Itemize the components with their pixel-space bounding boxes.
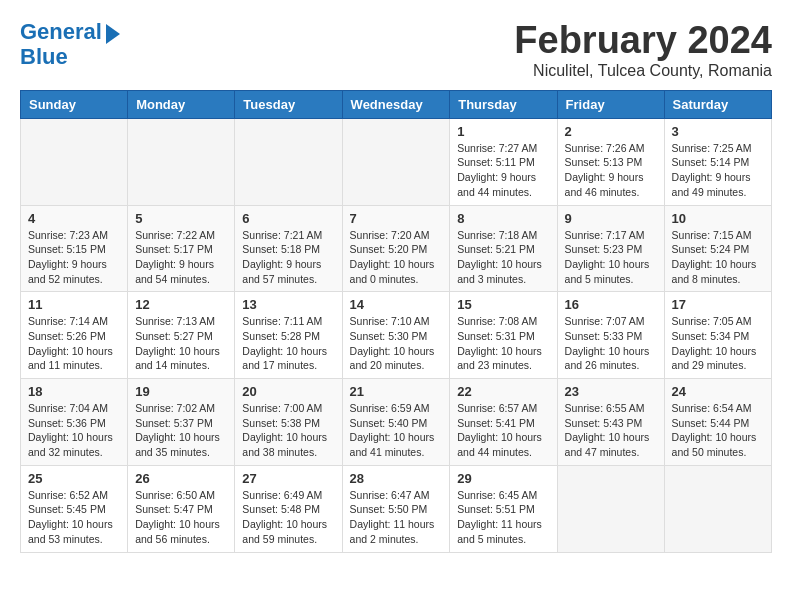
calendar-week-row: 4Sunrise: 7:23 AM Sunset: 5:15 PM Daylig… xyxy=(21,205,772,292)
calendar-day-cell: 3Sunrise: 7:25 AM Sunset: 5:14 PM Daylig… xyxy=(664,118,771,205)
calendar-day-cell: 10Sunrise: 7:15 AM Sunset: 5:24 PM Dayli… xyxy=(664,205,771,292)
day-info: Sunrise: 7:21 AM Sunset: 5:18 PM Dayligh… xyxy=(242,228,334,287)
location-title: Niculitel, Tulcea County, Romania xyxy=(514,62,772,80)
calendar-day-cell xyxy=(21,118,128,205)
day-info: Sunrise: 7:20 AM Sunset: 5:20 PM Dayligh… xyxy=(350,228,443,287)
calendar-day-cell: 8Sunrise: 7:18 AM Sunset: 5:21 PM Daylig… xyxy=(450,205,557,292)
calendar-day-cell: 27Sunrise: 6:49 AM Sunset: 5:48 PM Dayli… xyxy=(235,465,342,552)
logo-text: General xyxy=(20,20,102,44)
calendar-day-cell: 5Sunrise: 7:22 AM Sunset: 5:17 PM Daylig… xyxy=(128,205,235,292)
calendar-day-cell: 29Sunrise: 6:45 AM Sunset: 5:51 PM Dayli… xyxy=(450,465,557,552)
calendar-table: SundayMondayTuesdayWednesdayThursdayFrid… xyxy=(20,90,772,553)
day-info: Sunrise: 7:02 AM Sunset: 5:37 PM Dayligh… xyxy=(135,401,227,460)
day-info: Sunrise: 6:52 AM Sunset: 5:45 PM Dayligh… xyxy=(28,488,120,547)
day-info: Sunrise: 7:04 AM Sunset: 5:36 PM Dayligh… xyxy=(28,401,120,460)
calendar-week-row: 1Sunrise: 7:27 AM Sunset: 5:11 PM Daylig… xyxy=(21,118,772,205)
logo-blue: Blue xyxy=(20,44,120,70)
day-info: Sunrise: 7:05 AM Sunset: 5:34 PM Dayligh… xyxy=(672,314,764,373)
month-title: February 2024 xyxy=(514,20,772,62)
logo-arrow-icon xyxy=(106,24,120,44)
day-number: 14 xyxy=(350,297,443,312)
day-number: 4 xyxy=(28,211,120,226)
calendar-day-cell: 1Sunrise: 7:27 AM Sunset: 5:11 PM Daylig… xyxy=(450,118,557,205)
calendar-day-cell: 20Sunrise: 7:00 AM Sunset: 5:38 PM Dayli… xyxy=(235,379,342,466)
calendar-day-cell: 19Sunrise: 7:02 AM Sunset: 5:37 PM Dayli… xyxy=(128,379,235,466)
day-info: Sunrise: 7:08 AM Sunset: 5:31 PM Dayligh… xyxy=(457,314,549,373)
page-header: General Blue February 2024 Niculitel, Tu… xyxy=(20,20,772,80)
logo: General Blue xyxy=(20,20,120,70)
day-info: Sunrise: 6:54 AM Sunset: 5:44 PM Dayligh… xyxy=(672,401,764,460)
day-info: Sunrise: 6:59 AM Sunset: 5:40 PM Dayligh… xyxy=(350,401,443,460)
weekday-header: Friday xyxy=(557,90,664,118)
day-number: 25 xyxy=(28,471,120,486)
calendar-day-cell: 21Sunrise: 6:59 AM Sunset: 5:40 PM Dayli… xyxy=(342,379,450,466)
calendar-day-cell xyxy=(342,118,450,205)
day-number: 11 xyxy=(28,297,120,312)
day-number: 27 xyxy=(242,471,334,486)
day-info: Sunrise: 7:10 AM Sunset: 5:30 PM Dayligh… xyxy=(350,314,443,373)
calendar-day-cell: 22Sunrise: 6:57 AM Sunset: 5:41 PM Dayli… xyxy=(450,379,557,466)
day-number: 17 xyxy=(672,297,764,312)
day-info: Sunrise: 7:13 AM Sunset: 5:27 PM Dayligh… xyxy=(135,314,227,373)
day-number: 21 xyxy=(350,384,443,399)
logo-general: General xyxy=(20,19,102,44)
day-info: Sunrise: 7:15 AM Sunset: 5:24 PM Dayligh… xyxy=(672,228,764,287)
day-info: Sunrise: 7:00 AM Sunset: 5:38 PM Dayligh… xyxy=(242,401,334,460)
day-info: Sunrise: 7:26 AM Sunset: 5:13 PM Dayligh… xyxy=(565,141,657,200)
calendar-day-cell: 16Sunrise: 7:07 AM Sunset: 5:33 PM Dayli… xyxy=(557,292,664,379)
calendar-day-cell: 26Sunrise: 6:50 AM Sunset: 5:47 PM Dayli… xyxy=(128,465,235,552)
weekday-header: Saturday xyxy=(664,90,771,118)
day-info: Sunrise: 7:07 AM Sunset: 5:33 PM Dayligh… xyxy=(565,314,657,373)
calendar-day-cell: 11Sunrise: 7:14 AM Sunset: 5:26 PM Dayli… xyxy=(21,292,128,379)
calendar-day-cell: 12Sunrise: 7:13 AM Sunset: 5:27 PM Dayli… xyxy=(128,292,235,379)
day-number: 7 xyxy=(350,211,443,226)
day-number: 15 xyxy=(457,297,549,312)
day-info: Sunrise: 6:50 AM Sunset: 5:47 PM Dayligh… xyxy=(135,488,227,547)
day-info: Sunrise: 7:25 AM Sunset: 5:14 PM Dayligh… xyxy=(672,141,764,200)
calendar-week-row: 18Sunrise: 7:04 AM Sunset: 5:36 PM Dayli… xyxy=(21,379,772,466)
calendar-day-cell: 14Sunrise: 7:10 AM Sunset: 5:30 PM Dayli… xyxy=(342,292,450,379)
calendar-week-row: 25Sunrise: 6:52 AM Sunset: 5:45 PM Dayli… xyxy=(21,465,772,552)
day-number: 6 xyxy=(242,211,334,226)
day-number: 1 xyxy=(457,124,549,139)
day-number: 9 xyxy=(565,211,657,226)
day-number: 19 xyxy=(135,384,227,399)
calendar-day-cell xyxy=(235,118,342,205)
day-info: Sunrise: 7:23 AM Sunset: 5:15 PM Dayligh… xyxy=(28,228,120,287)
day-info: Sunrise: 7:18 AM Sunset: 5:21 PM Dayligh… xyxy=(457,228,549,287)
day-number: 22 xyxy=(457,384,549,399)
weekday-header: Monday xyxy=(128,90,235,118)
weekday-header: Tuesday xyxy=(235,90,342,118)
calendar-week-row: 11Sunrise: 7:14 AM Sunset: 5:26 PM Dayli… xyxy=(21,292,772,379)
calendar-day-cell: 15Sunrise: 7:08 AM Sunset: 5:31 PM Dayli… xyxy=(450,292,557,379)
day-number: 18 xyxy=(28,384,120,399)
day-number: 16 xyxy=(565,297,657,312)
title-section: February 2024 Niculitel, Tulcea County, … xyxy=(514,20,772,80)
calendar-day-cell: 9Sunrise: 7:17 AM Sunset: 5:23 PM Daylig… xyxy=(557,205,664,292)
day-number: 26 xyxy=(135,471,227,486)
calendar-day-cell: 13Sunrise: 7:11 AM Sunset: 5:28 PM Dayli… xyxy=(235,292,342,379)
day-info: Sunrise: 6:55 AM Sunset: 5:43 PM Dayligh… xyxy=(565,401,657,460)
day-number: 23 xyxy=(565,384,657,399)
day-info: Sunrise: 7:22 AM Sunset: 5:17 PM Dayligh… xyxy=(135,228,227,287)
day-info: Sunrise: 6:57 AM Sunset: 5:41 PM Dayligh… xyxy=(457,401,549,460)
weekday-header: Sunday xyxy=(21,90,128,118)
day-info: Sunrise: 6:45 AM Sunset: 5:51 PM Dayligh… xyxy=(457,488,549,547)
calendar-day-cell xyxy=(664,465,771,552)
day-number: 24 xyxy=(672,384,764,399)
day-info: Sunrise: 7:27 AM Sunset: 5:11 PM Dayligh… xyxy=(457,141,549,200)
calendar-day-cell: 24Sunrise: 6:54 AM Sunset: 5:44 PM Dayli… xyxy=(664,379,771,466)
day-number: 10 xyxy=(672,211,764,226)
day-number: 5 xyxy=(135,211,227,226)
day-info: Sunrise: 7:14 AM Sunset: 5:26 PM Dayligh… xyxy=(28,314,120,373)
day-number: 13 xyxy=(242,297,334,312)
day-number: 29 xyxy=(457,471,549,486)
day-info: Sunrise: 6:47 AM Sunset: 5:50 PM Dayligh… xyxy=(350,488,443,547)
calendar-day-cell: 2Sunrise: 7:26 AM Sunset: 5:13 PM Daylig… xyxy=(557,118,664,205)
calendar-day-cell: 18Sunrise: 7:04 AM Sunset: 5:36 PM Dayli… xyxy=(21,379,128,466)
calendar-day-cell: 4Sunrise: 7:23 AM Sunset: 5:15 PM Daylig… xyxy=(21,205,128,292)
day-number: 12 xyxy=(135,297,227,312)
day-number: 28 xyxy=(350,471,443,486)
calendar-day-cell: 7Sunrise: 7:20 AM Sunset: 5:20 PM Daylig… xyxy=(342,205,450,292)
calendar-day-cell xyxy=(557,465,664,552)
